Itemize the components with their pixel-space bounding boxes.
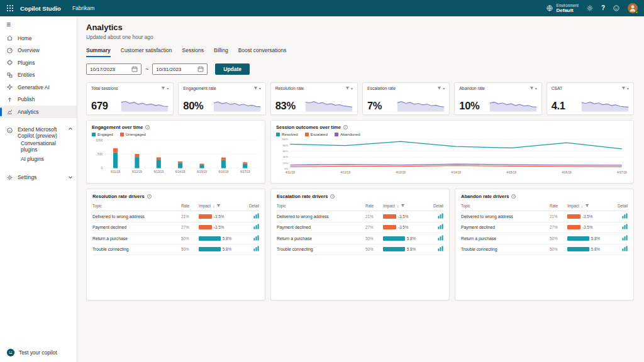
column-rate: Rate: [550, 204, 567, 208]
impact-bar: [199, 225, 212, 229]
svg-text:4/12/19: 4/12/19: [340, 172, 350, 175]
detail-cell[interactable]: [427, 235, 443, 242]
detail-cell[interactable]: [611, 213, 628, 220]
rate-cell: 50%: [550, 236, 567, 241]
date-from-field[interactable]: [86, 63, 142, 75]
info-icon[interactable]: i: [343, 125, 348, 129]
help-icon[interactable]: ?: [601, 4, 605, 11]
test-copilot-button[interactable]: Test your copilot: [0, 348, 77, 357]
kpi-sparkline: [581, 95, 629, 112]
kpi-filter-control[interactable]: ▾: [530, 86, 537, 90]
date-to-field[interactable]: [152, 63, 208, 75]
kpi-value: 80%: [183, 100, 203, 112]
sort-desc-icon[interactable]: ↓: [213, 204, 214, 208]
info-icon[interactable]: i: [147, 194, 152, 199]
sidebar-item-entities[interactable]: Entities: [0, 69, 77, 82]
sidebar-item-overview[interactable]: Overview: [0, 45, 77, 57]
updated-timestamp: Updated about one hour ago: [86, 34, 634, 40]
topic-cell: Delivered to wrong address: [461, 214, 550, 219]
sidebar-item-conversational-plugins[interactable]: Conversational plugins: [0, 141, 77, 153]
gear-icon[interactable]: [586, 4, 594, 12]
sidebar-item-settings[interactable]: Settings: [0, 172, 77, 184]
kpi-card-total-sessions: Total sessions ▾ 679: [86, 82, 174, 115]
topic-cell: Delivered to wrong address: [92, 214, 181, 219]
kpi-filter-control[interactable]: ▾: [345, 86, 353, 90]
tab-summary[interactable]: Summary: [86, 47, 111, 57]
info-icon[interactable]: i: [145, 125, 150, 129]
svg-text:4/11/19: 4/11/19: [286, 172, 296, 175]
detail-cell[interactable]: [611, 235, 628, 242]
detail-cell[interactable]: [243, 246, 259, 253]
sidebar-item-extend-copilot[interactable]: Extend Microsoft Copilot (preview): [0, 124, 77, 141]
date-to-input[interactable]: [156, 67, 191, 72]
impact-label: 5.8%: [591, 247, 600, 251]
chevron-down-icon: ▾: [351, 87, 353, 90]
detail-chart-icon: [438, 246, 443, 251]
date-from-input[interactable]: [90, 67, 125, 72]
avatar[interactable]: [628, 3, 638, 13]
table-row: Return a purchase 50% 5.8%: [92, 233, 259, 244]
calendar-icon[interactable]: [197, 66, 204, 72]
top-app-bar: Copilot Studio Fabrikam Environment Defa…: [0, 0, 644, 16]
sidebar-item-ai-plugins[interactable]: AI plugins: [0, 153, 77, 165]
detail-chart-icon: [622, 224, 628, 229]
sidebar-item-home[interactable]: Home: [0, 32, 77, 45]
app-title[interactable]: Copilot Studio: [20, 5, 61, 12]
update-button[interactable]: Update: [215, 63, 250, 75]
column-impact[interactable]: Impact↓: [199, 204, 243, 208]
detail-cell[interactable]: [427, 213, 443, 220]
sort-desc-icon[interactable]: ↓: [397, 204, 399, 208]
filter-icon: [437, 86, 441, 90]
sidebar-item-plugins[interactable]: Plugins: [0, 57, 77, 69]
kpi-filter-control[interactable]: ▾: [437, 86, 445, 90]
calendar-icon[interactable]: [131, 66, 138, 72]
topic-cell: Return a purchase: [277, 236, 365, 241]
detail-cell[interactable]: [243, 235, 259, 242]
environment-value: Default: [557, 8, 579, 13]
app-launcher-icon[interactable]: [6, 4, 14, 12]
tab-sessions[interactable]: Sessions: [182, 47, 204, 57]
kpi-label: Abandon rate: [459, 86, 485, 90]
date-range-controls: ~ Update: [86, 63, 634, 75]
hamburger-menu-icon[interactable]: ≡: [0, 18, 77, 32]
impact-bar: [567, 247, 589, 251]
column-impact[interactable]: Impact↓: [567, 204, 611, 208]
impact-bar: [567, 214, 580, 219]
impact-cell: 5.8%: [567, 236, 611, 241]
sidebar-item-generative-ai[interactable]: Generative AI: [0, 81, 77, 94]
kpi-filter-control[interactable]: ▾: [253, 86, 261, 90]
detail-cell[interactable]: [427, 224, 443, 231]
sidebar-item-analytics[interactable]: Analytics: [0, 106, 77, 118]
info-icon[interactable]: i: [330, 194, 335, 199]
environment-picker[interactable]: Environment Default: [546, 3, 579, 13]
detail-cell[interactable]: [611, 246, 628, 253]
detail-cell[interactable]: [427, 246, 443, 253]
svg-text:6/17/19: 6/17/19: [240, 171, 250, 174]
tab-boost-conversations[interactable]: Boost conversations: [238, 47, 287, 57]
topic-cell: Trouble connecting: [461, 247, 550, 251]
info-icon[interactable]: i: [511, 194, 516, 199]
rate-cell: 27%: [181, 225, 199, 229]
impact-cell: 5.8%: [567, 247, 611, 251]
feedback-smiley-icon[interactable]: [613, 4, 620, 12]
rate-cell: 50%: [181, 247, 199, 251]
tab-billing[interactable]: Billing: [214, 47, 228, 57]
filter-icon: [345, 86, 350, 90]
impact-label: -3.5%: [398, 225, 408, 229]
sidebar-item-publish[interactable]: Publish: [0, 94, 77, 106]
sidebar-item-label: Entities: [18, 72, 35, 78]
detail-chart-icon: [253, 224, 259, 229]
rate-cell: 50%: [550, 247, 567, 251]
kpi-filter-control[interactable]: ▾: [621, 86, 629, 90]
filter-icon: [216, 204, 221, 208]
detail-cell[interactable]: [243, 213, 259, 220]
chevron-up-icon: [68, 126, 73, 131]
detail-cell[interactable]: [611, 224, 628, 231]
detail-cell[interactable]: [243, 224, 259, 231]
kpi-filter-control[interactable]: ▾: [161, 86, 169, 90]
impact-bar: [199, 214, 212, 219]
column-detail: Detail: [427, 204, 443, 208]
sort-desc-icon[interactable]: ↓: [581, 204, 583, 208]
column-impact[interactable]: Impact↓: [383, 204, 427, 208]
tab-customer-satisfaction[interactable]: Customer satisfaction: [121, 47, 172, 57]
